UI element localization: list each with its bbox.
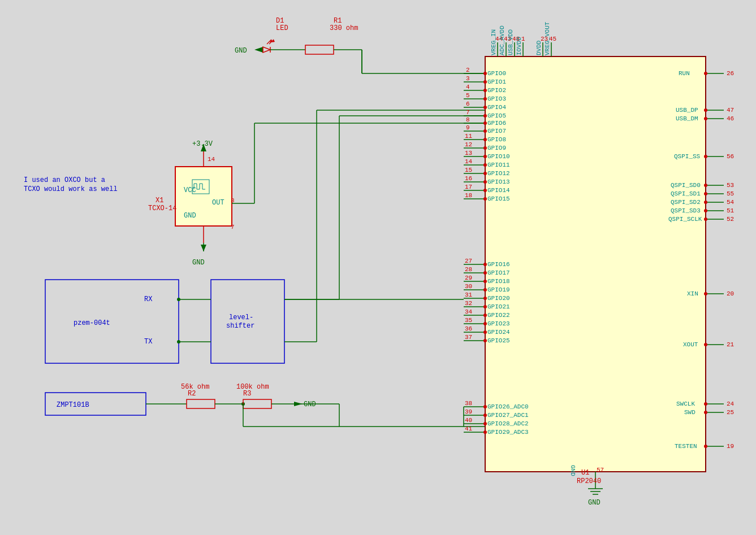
u1-ref: U1 [581, 469, 589, 477]
testen-label: TESTEN [675, 443, 697, 450]
dvdd-label: DVDD [535, 40, 542, 55]
gpio24: GPIO24 [487, 329, 510, 336]
gpio7: GPIO7 [487, 128, 506, 134]
x1-ref: X1 [155, 197, 163, 205]
schematic-diagram: GND D1 LED R1 330 ohm [0, 0, 756, 535]
pin40-num: 40 [465, 417, 472, 424]
gpio12: GPIO12 [487, 170, 510, 177]
pin2-num: 2 [466, 67, 470, 73]
xout-label: XOUT [683, 341, 698, 348]
pin6-num: 6 [466, 101, 470, 107]
pin29-num: 29 [465, 275, 472, 281]
pin3-num: 3 [466, 75, 470, 82]
note-line2: TCXO would work as well [24, 185, 118, 193]
gnd-label-led: GND [235, 47, 247, 55]
gpio29-adc3: GPIO29_ADC3 [487, 429, 529, 436]
pin36-num: 36 [465, 325, 472, 332]
gnd-label-ic-bottom: GND [588, 499, 601, 507]
svg-point-130 [483, 414, 487, 417]
qspi-sd2-label: QSPI_SD2 [671, 199, 701, 206]
pzem-label: pzem-004t [74, 319, 110, 327]
iovdd-label: IOVDD [516, 37, 522, 55]
tcxo-gnd-label: GND [184, 212, 196, 220]
pin32-num: 32 [465, 300, 472, 307]
pin46-num: 46 [727, 115, 734, 122]
gpio14: GPIO14 [487, 187, 510, 194]
svg-point-144 [704, 402, 707, 406]
usb-dp-label: USB_DP [676, 107, 698, 114]
gnd-label-tcxo: GND [192, 259, 205, 267]
pin27-num: 27 [465, 258, 472, 264]
gpio11: GPIO11 [487, 162, 510, 168]
gpio6: GPIO6 [487, 120, 506, 127]
svg-point-110 [483, 129, 487, 133]
svg-point-125 [483, 314, 487, 317]
r2-ref: R2 [188, 390, 196, 398]
pin24-num: 24 [727, 401, 735, 407]
pin4-num: 4 [466, 84, 470, 90]
svg-point-143 [704, 343, 707, 346]
gnd-pin-name: GND [569, 465, 576, 476]
usb-dm-label: USB_DM [676, 115, 698, 122]
svg-point-106 [483, 97, 487, 101]
svg-point-104 [483, 80, 487, 84]
svg-point-128 [483, 339, 487, 342]
pin38-num: 38 [465, 400, 472, 407]
svg-point-122 [483, 288, 487, 292]
gpio5: GPIO5 [487, 112, 506, 119]
pin35-num: 35 [465, 317, 472, 324]
pin15-num: 15 [465, 167, 472, 173]
svg-point-138 [704, 192, 707, 195]
gpio18: GPIO18 [487, 278, 510, 285]
pin7-num: 7 [466, 109, 470, 116]
qspi-sd3-label: QSPI_SD3 [671, 207, 701, 214]
svg-point-132 [483, 430, 487, 434]
gpio15: GPIO15 [487, 195, 510, 202]
gpio21: GPIO21 [487, 303, 510, 310]
pin19-num: 19 [727, 443, 734, 450]
gpio23: GPIO23 [487, 320, 510, 327]
pzem-rx: RX [144, 295, 152, 303]
svg-point-127 [483, 330, 487, 334]
pin9-num: 9 [466, 124, 470, 131]
pin51-num: 51 [727, 207, 735, 214]
d1-ref: D1 [276, 17, 284, 25]
svg-point-116 [483, 180, 487, 184]
pin53-num: 53 [727, 182, 734, 189]
svg-point-35 [177, 340, 180, 343]
svg-point-131 [483, 422, 487, 425]
svg-point-123 [483, 297, 487, 300]
r3-ref: R3 [243, 390, 251, 398]
zmpt-label: ZMPT101B [57, 401, 89, 409]
xin-label: XIN [687, 290, 698, 297]
gpio16: GPIO16 [487, 261, 510, 268]
svg-point-136 [704, 155, 707, 158]
svg-point-112 [483, 146, 487, 150]
gpio0: GPIO0 [487, 70, 506, 77]
svg-point-105 [483, 89, 487, 92]
svg-point-129 [483, 405, 487, 408]
gpio3: GPIO3 [487, 95, 506, 102]
svg-point-141 [704, 218, 707, 221]
x1-value: TCXO-14 [148, 205, 176, 212]
gpio8: GPIO8 [487, 136, 506, 143]
tcxo-pin14: 8 [231, 197, 235, 204]
gpio27-adc1: GPIO27_ADC1 [487, 412, 529, 419]
svg-point-133 [704, 72, 707, 75]
svg-point-114 [483, 163, 487, 167]
gpio2: GPIO2 [487, 87, 506, 94]
pin25-num: 25 [727, 409, 734, 416]
usb-vdd-label: USB_VDD [507, 29, 514, 55]
svg-point-140 [704, 209, 707, 212]
pin21-num: 21 [727, 341, 735, 348]
gpio4: GPIO4 [487, 104, 506, 111]
gpio26-adc0: GPIO26_ADC0 [487, 403, 529, 410]
pin31-num: 31 [465, 292, 473, 298]
svg-point-34 [177, 298, 180, 301]
gpio19: GPIO19 [487, 286, 510, 293]
svg-point-117 [483, 189, 487, 192]
svg-point-108 [483, 114, 487, 118]
pzem-tx: TX [144, 338, 152, 346]
pin11-num: 11 [465, 133, 473, 140]
svg-point-146 [704, 445, 707, 448]
